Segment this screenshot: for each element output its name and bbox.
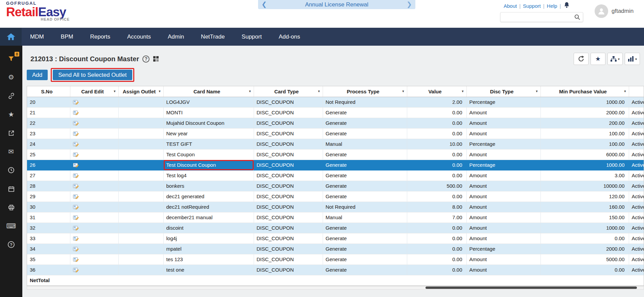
table-row[interactable]: 27Test log4DISC_COUPONGenerate0.00Amount… xyxy=(27,170,644,181)
column-header-disc-type[interactable]: Disc Type▼ xyxy=(466,86,540,97)
nav-item-nettrade[interactable]: NetTrade xyxy=(192,33,233,40)
nav-item-mdm[interactable]: MDM xyxy=(22,33,52,40)
card-edit-icon[interactable] xyxy=(73,226,79,231)
card-edit-icon[interactable] xyxy=(73,257,79,262)
table-row[interactable]: 33log4jDISC_COUPONGenerate0.00Amount0.00… xyxy=(27,233,644,244)
grid-shortcut-icon[interactable] xyxy=(153,56,159,62)
user-menu[interactable]: gftadmin xyxy=(595,4,634,18)
card-edit-icon[interactable] xyxy=(73,184,79,189)
cell-disc-type: Amount xyxy=(466,128,540,139)
cell-assign-outlet xyxy=(118,160,163,170)
nav-item-bpm[interactable]: BPM xyxy=(52,33,82,40)
card-edit-icon[interactable] xyxy=(73,194,79,200)
add-button[interactable]: Add xyxy=(27,70,48,80)
card-edit-icon[interactable] xyxy=(73,121,79,126)
banner-prev-icon[interactable]: ❮ xyxy=(261,0,267,9)
calendar-icon[interactable] xyxy=(7,185,16,193)
table-row[interactable]: 23New yearDISC_COUPONGenerate0.00Amount1… xyxy=(27,128,644,139)
send-all-to-selected-outlet-button[interactable]: Send All to Selected Outlet xyxy=(53,70,132,80)
card-edit-icon[interactable] xyxy=(73,247,79,252)
cell-sno: 30 xyxy=(27,202,70,212)
nav-home[interactable] xyxy=(0,28,22,46)
table-row[interactable]: 31december21 manualDISC_COUPONManual7.00… xyxy=(27,212,644,223)
filter-icon[interactable]: 0 xyxy=(7,54,16,63)
table-row[interactable]: 29dec21 generatedDISC_COUPONGenerate0.00… xyxy=(27,191,644,202)
share-icon[interactable] xyxy=(7,129,16,137)
cell-card-type: DISC_COUPON xyxy=(254,118,323,128)
column-filter-caret-icon[interactable]: ▼ xyxy=(535,90,538,93)
link-icon[interactable] xyxy=(7,92,16,100)
horizontal-scrollbar-thumb[interactable] xyxy=(426,287,637,289)
column-filter-caret-icon[interactable]: ▼ xyxy=(461,90,464,93)
header-link-support[interactable]: Support xyxy=(523,3,541,9)
favorites-star-icon[interactable]: ★ xyxy=(7,110,16,118)
card-edit-icon[interactable] xyxy=(73,163,79,168)
table-row[interactable]: 22Mujahid Discount CouponDISC_COUPONGene… xyxy=(27,118,644,128)
table-row[interactable]: 24TEST GIFTDISC_COUPONManual10.00Percent… xyxy=(27,139,644,149)
column-filter-caret-icon[interactable]: ▼ xyxy=(158,90,161,93)
cell-card-type: DISC_COUPON xyxy=(254,170,323,181)
page-help-icon[interactable]: ? xyxy=(142,55,150,63)
card-edit-icon[interactable] xyxy=(73,152,79,158)
column-header-card-type[interactable]: Card Type▼ xyxy=(254,86,323,97)
settings-gear-icon[interactable]: ⚙ xyxy=(7,73,16,81)
column-header-value[interactable]: Value▼ xyxy=(407,86,466,97)
help-icon[interactable]: ? xyxy=(7,241,16,249)
cell-value: 0.00 xyxy=(407,107,466,118)
table-row[interactable]: 32discointDISC_COUPONGenerate0.00Amount1… xyxy=(27,223,644,233)
column-header-card-edit[interactable]: Card Edit▼ xyxy=(70,86,118,97)
search-input[interactable] xyxy=(503,14,574,20)
nav-item-add-ons[interactable]: Add-ons xyxy=(270,33,308,40)
column-label: S.No xyxy=(41,89,52,94)
header-link-help[interactable]: Help xyxy=(547,3,557,9)
app-logo: GOFRUGAL RetailEasy HEAD OFFICE xyxy=(6,1,70,21)
horizontal-scrollbar[interactable] xyxy=(27,286,644,290)
notification-bell-icon[interactable] xyxy=(564,2,570,9)
card-edit-icon[interactable] xyxy=(73,142,79,147)
table-row[interactable]: 28bonkersDISC_COUPONGenerate500.00Amount… xyxy=(27,181,644,191)
card-edit-icon[interactable] xyxy=(73,100,79,105)
column-header-sno[interactable]: S.No xyxy=(27,86,70,97)
card-edit-icon[interactable] xyxy=(73,110,79,116)
nav-item-admin[interactable]: Admin xyxy=(159,33,192,40)
nav-item-accounts[interactable]: Accounts xyxy=(119,33,159,40)
column-header-min-purchase-value[interactable]: Min Purchase Value▼ xyxy=(540,86,629,97)
table-row[interactable]: 26Test Discount CouponDISC_COUPONGenerat… xyxy=(27,160,644,170)
cell-active: Active xyxy=(629,233,644,244)
banner-next-icon[interactable]: ❯ xyxy=(407,0,412,9)
column-header-card-name[interactable]: Card Name▼ xyxy=(163,86,254,97)
table-row[interactable]: 30dec21 notRequiredDISC_COUPONNot Requir… xyxy=(27,202,644,212)
nav-item-support[interactable]: Support xyxy=(233,33,270,40)
card-edit-icon[interactable] xyxy=(73,205,79,210)
column-filter-caret-icon[interactable]: ▼ xyxy=(318,90,321,93)
print-icon[interactable] xyxy=(7,203,16,211)
column-header-active[interactable]: Active xyxy=(629,86,644,97)
card-edit-icon[interactable] xyxy=(73,173,79,179)
search-icon[interactable] xyxy=(574,14,580,20)
mail-icon[interactable]: ✉ xyxy=(7,147,16,156)
header-link-about[interactable]: About xyxy=(504,3,517,9)
card-edit-icon[interactable] xyxy=(73,215,79,221)
table-row[interactable]: 35tes 123DISC_COUPONGenerate0.00Amount50… xyxy=(27,254,644,265)
column-filter-caret-icon[interactable]: ▼ xyxy=(624,90,627,93)
hierarchy-view-button[interactable]: ▾ xyxy=(607,53,623,65)
favorite-button[interactable]: ★ xyxy=(591,53,605,65)
card-edit-icon[interactable] xyxy=(73,268,79,273)
table-row[interactable]: 36test oneDISC_COUPONGenerate0.00Amount0… xyxy=(27,265,644,275)
history-clock-icon[interactable] xyxy=(7,166,16,174)
table-row[interactable]: 25Test CouponDISC_COUPONGenerate0.00Amou… xyxy=(27,149,644,160)
refresh-button[interactable] xyxy=(574,53,589,65)
keyboard-icon[interactable]: ⌨ xyxy=(7,222,16,230)
card-edit-icon[interactable] xyxy=(73,131,79,137)
column-filter-caret-icon[interactable]: ▼ xyxy=(249,90,252,93)
column-filter-caret-icon[interactable]: ▼ xyxy=(402,90,405,93)
column-header-assign-outlet[interactable]: Assign Outlet▼ xyxy=(118,86,163,97)
table-row[interactable]: 34mpatelDISC_COUPONGenerate0.00Percentag… xyxy=(27,244,644,254)
table-row[interactable]: 20LOG4JGVDISC_COUPONNot Required2.00Perc… xyxy=(27,97,644,107)
table-row[interactable]: 21MONTIDISC_COUPONGenerate0.00Amount2000… xyxy=(27,107,644,118)
card-edit-icon[interactable] xyxy=(73,236,79,242)
column-filter-caret-icon[interactable]: ▼ xyxy=(113,90,116,93)
chart-view-button[interactable]: ▾ xyxy=(625,53,640,65)
column-header-process-type[interactable]: Process Type▼ xyxy=(323,86,407,97)
nav-item-reports[interactable]: Reports xyxy=(82,33,119,40)
